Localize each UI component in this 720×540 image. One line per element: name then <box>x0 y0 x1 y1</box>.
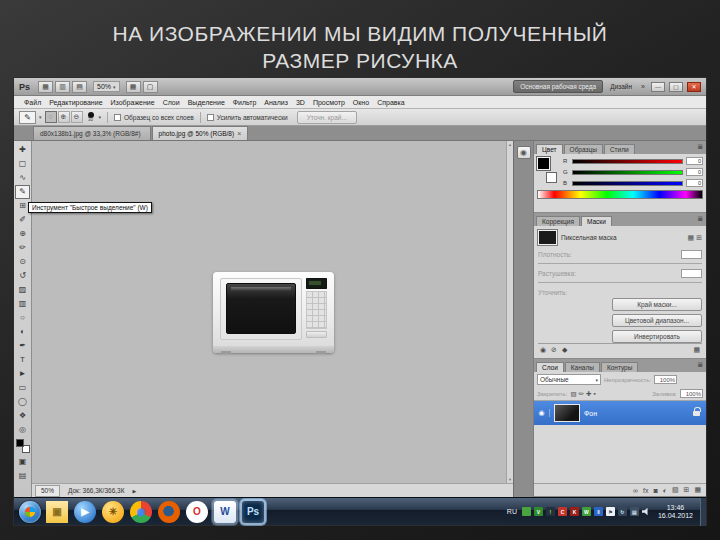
pen-tool[interactable]: ✒ <box>15 339 30 353</box>
workspace-button[interactable]: Основная рабочая среда <box>513 80 603 93</box>
layer-group-icon[interactable]: ▧ <box>672 486 679 494</box>
chrome-icon[interactable]: ◉ <box>130 501 152 523</box>
delete-mask-icon[interactable]: ▦ <box>693 346 700 354</box>
panel-tab[interactable]: Цвет <box>536 144 563 154</box>
status-popup-icon[interactable]: ▶ <box>132 488 136 494</box>
panel-menu-icon[interactable]: ≣ <box>697 361 703 369</box>
add-mask-icon[interactable]: ◙ <box>653 487 657 494</box>
panel-tab[interactable]: Слои <box>536 362 564 372</box>
clone-stamp-tool[interactable]: ⊙ <box>15 255 30 269</box>
color-spectrum-ramp[interactable] <box>537 190 703 199</box>
layer-row-background[interactable]: ◉ Фон <box>534 401 706 425</box>
tray-icon-9[interactable]: ↻ <box>618 507 627 516</box>
menu-item[interactable]: Окно <box>349 99 373 106</box>
panel-tab[interactable]: Маски <box>581 216 612 226</box>
quick-selection-tool[interactable]: ✎ <box>15 185 30 199</box>
path-selection-tool[interactable]: ► <box>15 367 30 381</box>
invert-button[interactable]: Инвертировать <box>612 330 702 343</box>
adjustment-layer-icon[interactable]: ◐ <box>663 487 667 494</box>
move-tool[interactable]: ✚ <box>15 143 30 157</box>
menu-item[interactable]: Выделение <box>184 99 229 106</box>
slider-track[interactable] <box>572 159 683 164</box>
restore-button[interactable]: ▢ <box>669 82 683 92</box>
menu-item[interactable]: Редактирование <box>45 99 106 106</box>
scroll-down-icon[interactable]: ▼ <box>508 477 512 482</box>
language-indicator[interactable]: RU <box>507 508 517 515</box>
brush-tool[interactable]: ✏ <box>15 241 30 255</box>
panel-tab[interactable]: Стили <box>604 144 635 154</box>
tray-icon-10[interactable]: ▤ <box>630 507 639 516</box>
tray-icon-8[interactable]: ⚑ <box>606 507 615 516</box>
density-slider[interactable] <box>538 263 702 264</box>
close-button[interactable]: ✕ <box>687 82 701 92</box>
delete-layer-icon[interactable]: ▦ <box>694 486 701 494</box>
opacity-value-field[interactable]: 100% <box>654 375 677 384</box>
panel-tab[interactable]: Контуры <box>601 362 639 372</box>
tray-icon-6[interactable]: W <box>582 507 591 516</box>
document-tab[interactable]: photo.jpg @ 50% (RGB/8)× <box>152 126 249 140</box>
tray-icon-1[interactable] <box>522 507 531 516</box>
quick-mask-icon[interactable]: ▣ <box>15 455 30 469</box>
media-player-icon[interactable]: ▶ <box>74 501 96 523</box>
add-pixel-mask-icon[interactable]: ▦ <box>688 234 695 242</box>
brush-caret-icon[interactable]: ▾ <box>99 114 102 120</box>
lock-position-icon[interactable]: ✚ <box>586 390 591 398</box>
sample-all-layers-checkbox[interactable] <box>114 114 121 121</box>
feather-slider[interactable] <box>538 282 702 283</box>
bridge-icon[interactable]: ▦ <box>38 81 53 93</box>
arrange-documents-icon[interactable]: ▦ <box>126 81 141 93</box>
eraser-tool[interactable]: ▨ <box>15 283 30 297</box>
panel-fg-swatch[interactable] <box>537 157 550 170</box>
fill-value-field[interactable]: 100% <box>680 389 703 398</box>
photoshop-icon[interactable]: Ps <box>242 501 264 523</box>
menu-item[interactable]: Файл <box>20 99 45 106</box>
add-selection-brush-icon[interactable]: ⊕ <box>58 111 70 123</box>
mini-bridge-icon[interactable]: ▥ <box>55 81 70 93</box>
menu-item[interactable]: Слои <box>159 99 184 106</box>
panel-menu-icon[interactable]: ≣ <box>697 215 703 223</box>
slider-track[interactable] <box>572 181 683 186</box>
start-button[interactable] <box>19 501 41 523</box>
menu-item[interactable]: Фильтр <box>229 99 261 106</box>
menu-item[interactable]: Анализ <box>260 99 292 106</box>
lasso-tool[interactable]: ∿ <box>15 171 30 185</box>
zoom-tool[interactable]: ◎ <box>15 423 30 437</box>
subtract-selection-brush-icon[interactable]: ⊖ <box>71 111 83 123</box>
add-vector-mask-icon[interactable]: ⊞ <box>696 234 702 242</box>
qip-icon[interactable]: ✳ <box>102 501 124 523</box>
panel-color-swatches[interactable] <box>537 157 559 183</box>
menu-item[interactable]: Просмотр <box>309 99 349 106</box>
refine-edge-button[interactable]: Уточн. край... <box>297 111 357 124</box>
show-desktop-button[interactable] <box>700 498 706 526</box>
color-swatches-widget[interactable] <box>16 439 30 453</box>
opera-icon[interactable]: O <box>186 501 208 523</box>
panel-bg-swatch[interactable] <box>546 172 557 183</box>
firefox-icon[interactable] <box>158 501 180 523</box>
document-canvas[interactable] <box>32 141 506 483</box>
vertical-scrollbar[interactable]: ▲ ▼ <box>506 141 513 483</box>
history-brush-tool[interactable]: ↺ <box>15 269 30 283</box>
layer-styles-icon[interactable]: fx <box>643 487 648 494</box>
new-selection-brush-icon[interactable]: ◌ <box>45 111 57 123</box>
rectangular-marquee-tool[interactable]: ▢ <box>15 157 30 171</box>
density-value-field[interactable] <box>681 250 702 259</box>
status-zoom-field[interactable]: 50% <box>35 485 60 497</box>
layer-visibility-icon[interactable]: ◉ <box>534 409 550 417</box>
mask-edge-button[interactable]: Край маски... <box>612 298 702 311</box>
tray-icon-2[interactable]: V <box>534 507 543 516</box>
workspace-overflow-chevrons[interactable]: » <box>641 83 645 90</box>
blend-mode-select[interactable]: Обычные▾ <box>537 374 601 385</box>
lock-transparency-icon[interactable]: ▨ <box>570 390 576 398</box>
mask-view-icon[interactable]: ◉ <box>540 346 546 354</box>
feather-value-field[interactable] <box>681 269 702 278</box>
tool-preset-caret-icon[interactable]: ▾ <box>39 114 42 120</box>
brush-picker[interactable]: 30 <box>88 112 94 122</box>
hand-tool[interactable]: ❖ <box>15 409 30 423</box>
workspace-design-item[interactable]: Дизайн <box>610 83 632 90</box>
scroll-up-icon[interactable]: ▲ <box>508 142 512 147</box>
blur-tool[interactable]: ○ <box>15 311 30 325</box>
layer-name[interactable]: Фон <box>584 410 693 417</box>
zoom-level-box[interactable]: 50% ▾ <box>93 81 119 92</box>
tray-icon-4[interactable]: C <box>558 507 567 516</box>
document-tab[interactable]: d80x138b1.jpg @ 33,3% (RGB/8#) <box>33 126 151 140</box>
